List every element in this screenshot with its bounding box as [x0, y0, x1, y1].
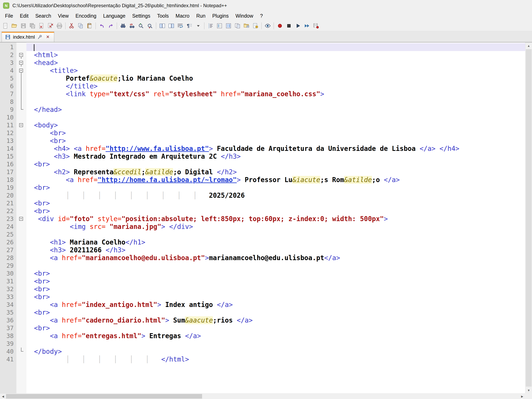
tab-index-html[interactable]: index.html — [2, 32, 54, 42]
line-number[interactable]: 13 — [0, 137, 16, 145]
line-number[interactable]: 30 — [0, 270, 16, 277]
code-line[interactable]: 36 <a href="caderno_diario.html"> Sum&aa… — [0, 316, 525, 324]
menu-item-run[interactable]: Run — [193, 12, 209, 20]
function-list-icon[interactable] — [215, 21, 224, 31]
document-map-icon[interactable] — [224, 21, 233, 31]
close-all-icon[interactable] — [46, 21, 55, 31]
monitoring-eye-icon[interactable] — [263, 21, 272, 31]
macro-stop-icon[interactable] — [284, 21, 293, 31]
code-line[interactable]: 14 <h4> <a href="http://www.fa.ulisboa.p… — [0, 145, 525, 152]
menu-item-edit[interactable]: Edit — [16, 12, 32, 20]
line-number[interactable]: 22 — [0, 207, 16, 215]
menu-item-window[interactable]: Window — [232, 12, 257, 20]
line-number[interactable]: 36 — [0, 316, 16, 324]
fold-collapse-icon[interactable] — [19, 123, 23, 127]
code-line[interactable]: 13 <br> — [0, 137, 525, 145]
scroll-right-icon[interactable]: ▶ — [519, 394, 525, 399]
fold-collapse-icon[interactable] — [19, 61, 23, 65]
line-number[interactable]: 4 — [0, 67, 16, 75]
line-number[interactable]: 16 — [0, 160, 16, 168]
view-first-pane-icon[interactable] — [158, 21, 167, 31]
line-number[interactable]: 21 — [0, 199, 16, 207]
code-line[interactable]: 9</head> — [0, 106, 525, 114]
code-line[interactable]: 16<br> — [0, 160, 525, 168]
line-number[interactable]: 39 — [0, 340, 16, 348]
code-line[interactable]: 18 <a href="http://home.fa.ulisboa.pt/~l… — [0, 176, 525, 184]
view-second-pane-icon[interactable] — [167, 21, 176, 31]
code-line[interactable]: 15 <h3> Mestrado Integrado em Arquitetur… — [0, 152, 525, 160]
code-line[interactable]: 7 <link type="text/css" rel="stylesheet"… — [0, 90, 525, 98]
scroll-down-icon[interactable]: ▼ — [526, 387, 532, 393]
code-line[interactable]: 3<head> — [0, 59, 525, 67]
line-number[interactable]: 33 — [0, 293, 16, 301]
macro-play-icon[interactable] — [293, 21, 302, 31]
document-switcher-icon[interactable] — [233, 21, 242, 31]
line-number[interactable]: 9 — [0, 106, 16, 114]
horizontal-scrollbar[interactable]: ◀ ▶ — [0, 393, 525, 399]
macro-save-icon[interactable] — [311, 21, 320, 31]
code-line[interactable]: 35<br> — [0, 309, 525, 316]
code-line[interactable]: 31<br> — [0, 277, 525, 285]
line-number[interactable]: 34 — [0, 301, 16, 309]
word-wrap-icon[interactable] — [176, 21, 185, 31]
vertical-scroll-thumb[interactable] — [526, 49, 532, 386]
redo-icon[interactable] — [106, 21, 115, 31]
code-line[interactable]: 28 <a href="marianamcoelho@edu.ulisboa.p… — [0, 254, 525, 262]
find-next-icon[interactable] — [146, 21, 154, 31]
line-number[interactable]: 25 — [0, 230, 16, 238]
show-all-characters-icon[interactable]: ¶ — [185, 21, 194, 31]
menu-item-settings[interactable]: Settings — [129, 12, 154, 20]
find-prev-icon[interactable] — [136, 21, 146, 31]
scroll-left-icon[interactable]: ◀ — [0, 394, 6, 399]
code-line[interactable]: 1 — [0, 43, 525, 51]
line-number[interactable]: 24 — [0, 223, 16, 230]
save-icon[interactable] — [19, 21, 28, 31]
scroll-up-icon[interactable]: ▲ — [526, 42, 532, 49]
line-number[interactable]: 29 — [0, 262, 16, 270]
menu-item-plugins[interactable]: Plugins — [209, 12, 232, 20]
line-number[interactable]: 11 — [0, 121, 16, 129]
code-line[interactable]: 26 <h1> Mariana Coelho</h1> — [0, 238, 525, 246]
code-line[interactable]: 4 <title> — [0, 67, 525, 75]
line-number[interactable]: 10 — [0, 114, 16, 121]
code-line[interactable]: 2<html> — [0, 51, 525, 59]
line-number[interactable]: 17 — [0, 168, 16, 176]
vertical-scrollbar[interactable]: ▲ ▼ — [525, 42, 532, 393]
line-number[interactable]: 38 — [0, 332, 16, 340]
line-number[interactable]: 12 — [0, 129, 16, 137]
line-number[interactable]: 20 — [0, 191, 16, 199]
code-line[interactable]: 19<br> — [0, 184, 525, 191]
line-number[interactable]: 35 — [0, 309, 16, 316]
fold-collapse-icon[interactable] — [19, 53, 23, 57]
line-number[interactable]: 19 — [0, 184, 16, 191]
save-all-icon[interactable] — [28, 21, 37, 31]
menu-item-search[interactable]: Search — [32, 12, 54, 20]
code-line[interactable]: 30<br> — [0, 270, 525, 277]
horizontal-scroll-thumb[interactable] — [6, 394, 202, 399]
line-number[interactable]: 27 — [0, 246, 16, 254]
menu-item-file[interactable]: File — [2, 12, 16, 20]
code-line[interactable]: 37<br> — [0, 324, 525, 332]
macro-run-multiple-icon[interactable] — [302, 21, 311, 31]
menu-item-help[interactable]: ? — [257, 12, 266, 20]
fold-collapse-icon[interactable] — [19, 217, 23, 221]
dropdown-arrow-icon[interactable] — [194, 21, 203, 31]
code-line[interactable]: 38 <a href="entregas.html"> Entregas </a… — [0, 332, 525, 340]
line-number[interactable]: 3 — [0, 59, 16, 67]
menu-item-encoding[interactable]: Encoding — [72, 12, 100, 20]
replace-icon[interactable]: ab — [127, 21, 136, 31]
line-number[interactable]: 7 — [0, 90, 16, 98]
fold-collapse-icon[interactable] — [19, 69, 23, 72]
code-line[interactable]: 40</body> — [0, 348, 525, 355]
editor[interactable]: 12<html>3<head>4 <title>5 Portef&oacute;… — [0, 42, 525, 393]
close-tab-icon[interactable] — [45, 34, 51, 40]
find-icon[interactable] — [118, 21, 127, 31]
macro-record-icon[interactable] — [275, 21, 284, 31]
line-number[interactable]: 31 — [0, 277, 16, 285]
pin-icon[interactable] — [37, 34, 43, 40]
code-line[interactable]: 17 <h2> Representa&ccedil;&atilde;o Digi… — [0, 168, 525, 176]
line-number[interactable]: 6 — [0, 82, 16, 90]
code-line[interactable]: 20 │ │ │ │ │ │ │ │ │ 2025/2026 — [0, 191, 525, 199]
indent-guide-icon[interactable] — [206, 21, 215, 31]
code-area[interactable]: 12<html>3<head>4 <title>5 Portef&oacute;… — [0, 43, 525, 363]
